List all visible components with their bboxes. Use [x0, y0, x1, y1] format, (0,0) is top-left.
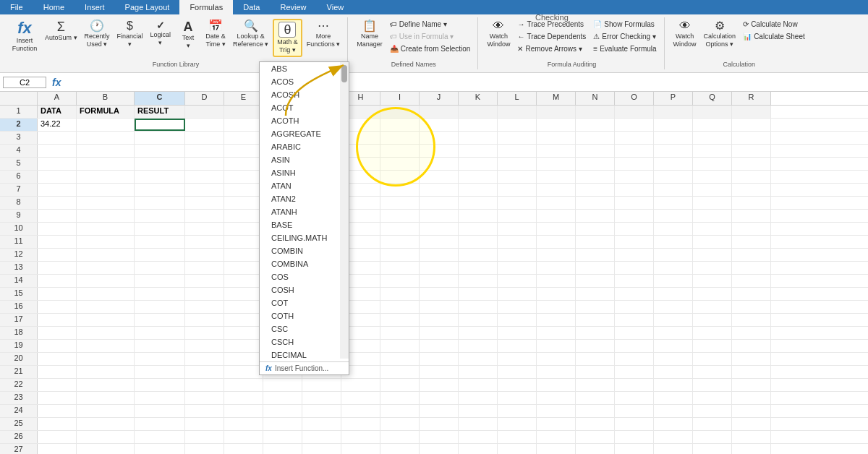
- cell-C6[interactable]: [135, 171, 185, 183]
- cell-C3[interactable]: [135, 132, 185, 144]
- cell-K10[interactable]: [459, 223, 498, 235]
- cell-H22[interactable]: [341, 379, 380, 391]
- cell-J23[interactable]: [420, 392, 459, 404]
- cell-E25[interactable]: [224, 418, 263, 430]
- cell-K26[interactable]: [459, 431, 498, 443]
- cell-I27[interactable]: [380, 444, 420, 454]
- cell-E15[interactable]: [224, 288, 263, 300]
- cell-N4[interactable]: [576, 145, 615, 157]
- cell-N3[interactable]: [576, 132, 615, 144]
- cell-N23[interactable]: [576, 392, 615, 404]
- cell-R20[interactable]: [732, 353, 771, 365]
- cell-K18[interactable]: [459, 327, 498, 339]
- cell-D26[interactable]: [185, 431, 224, 443]
- cell-J13[interactable]: [420, 262, 459, 274]
- cell-A25[interactable]: [38, 418, 77, 430]
- remove-arrows-button[interactable]: ✕ Remove Arrows ▾: [514, 43, 589, 54]
- cell-M18[interactable]: [537, 327, 576, 339]
- cell-R16[interactable]: [732, 301, 771, 313]
- col-header-l[interactable]: L: [498, 92, 537, 105]
- dropdown-item-combin[interactable]: COMBIN: [260, 244, 349, 257]
- cell-A3[interactable]: [38, 132, 77, 144]
- cell-I21[interactable]: [380, 366, 420, 378]
- cell-R4[interactable]: [732, 145, 771, 157]
- dropdown-item-atanh[interactable]: ATANH: [260, 205, 349, 218]
- cell-N24[interactable]: [576, 405, 615, 417]
- cell-B7[interactable]: [77, 184, 135, 196]
- cell-N25[interactable]: [576, 418, 615, 430]
- cell-O21[interactable]: [615, 366, 654, 378]
- cell-I17[interactable]: [380, 314, 420, 326]
- cell-A5[interactable]: [38, 158, 77, 170]
- cell-P19[interactable]: [654, 340, 693, 352]
- cell-A1[interactable]: DATA: [38, 106, 77, 118]
- cell-N8[interactable]: [576, 197, 615, 209]
- cell-Q8[interactable]: [693, 197, 732, 209]
- cell-R15[interactable]: [732, 288, 771, 300]
- cell-D11[interactable]: [185, 236, 224, 248]
- cell-A22[interactable]: [38, 379, 77, 391]
- cell-B16[interactable]: [77, 301, 135, 313]
- cell-B26[interactable]: [77, 431, 135, 443]
- cell-N10[interactable]: [576, 223, 615, 235]
- cell-I2[interactable]: [380, 119, 420, 131]
- cell-J5[interactable]: [420, 158, 459, 170]
- cell-A17[interactable]: [38, 314, 77, 326]
- row-number-18[interactable]: 18: [0, 327, 38, 339]
- cell-K13[interactable]: [459, 262, 498, 274]
- cell-D7[interactable]: [185, 184, 224, 196]
- dropdown-item-abs[interactable]: ABS: [260, 62, 349, 75]
- cell-P14[interactable]: [654, 275, 693, 287]
- create-from-selection-button[interactable]: 📥 Create from Selection: [387, 43, 474, 54]
- autosum-button[interactable]: Σ AutoSum ▾: [42, 19, 80, 43]
- cell-I3[interactable]: [380, 132, 420, 144]
- cell-A21[interactable]: [38, 366, 77, 378]
- define-name-button[interactable]: 🏷 Define Name ▾: [387, 19, 474, 30]
- cell-I18[interactable]: [380, 327, 420, 339]
- dropdown-item-asin[interactable]: ASIN: [260, 153, 349, 166]
- cell-K25[interactable]: [459, 418, 498, 430]
- cell-J24[interactable]: [420, 405, 459, 417]
- cell-L5[interactable]: [498, 158, 537, 170]
- cell-D13[interactable]: [185, 262, 224, 274]
- cell-I22[interactable]: [380, 379, 420, 391]
- col-header-b[interactable]: B: [77, 92, 135, 105]
- cell-O3[interactable]: [615, 132, 654, 144]
- cell-K17[interactable]: [459, 314, 498, 326]
- cell-O16[interactable]: [615, 301, 654, 313]
- dropdown-item-acot[interactable]: ACOT: [260, 101, 349, 114]
- cell-D2[interactable]: [185, 119, 224, 131]
- cell-L7[interactable]: [498, 184, 537, 196]
- cell-B25[interactable]: [77, 418, 135, 430]
- cell-B5[interactable]: [77, 158, 135, 170]
- cell-G26[interactable]: [302, 431, 341, 443]
- dropdown-item-csc[interactable]: CSC: [260, 322, 349, 335]
- cell-E4[interactable]: [224, 145, 263, 157]
- cell-A23[interactable]: [38, 392, 77, 404]
- cell-D18[interactable]: [185, 327, 224, 339]
- cell-I19[interactable]: [380, 340, 420, 352]
- cell-C13[interactable]: [135, 262, 185, 274]
- row-number-4[interactable]: 4: [0, 145, 38, 157]
- col-header-r[interactable]: R: [732, 92, 771, 105]
- cell-N1[interactable]: [576, 106, 615, 118]
- cell-G25[interactable]: [302, 418, 341, 430]
- cell-R26[interactable]: [732, 431, 771, 443]
- cell-P4[interactable]: [654, 145, 693, 157]
- cell-D21[interactable]: [185, 366, 224, 378]
- cell-Q15[interactable]: [693, 288, 732, 300]
- col-header-o[interactable]: O: [615, 92, 654, 105]
- cell-P1[interactable]: [654, 106, 693, 118]
- cell-K21[interactable]: [459, 366, 498, 378]
- cell-L21[interactable]: [498, 366, 537, 378]
- cell-C23[interactable]: [135, 392, 185, 404]
- cell-E27[interactable]: [224, 444, 263, 454]
- cell-A6[interactable]: [38, 171, 77, 183]
- cell-I23[interactable]: [380, 392, 420, 404]
- tab-file[interactable]: File: [0, 0, 33, 14]
- cell-C8[interactable]: [135, 197, 185, 209]
- cell-E5[interactable]: [224, 158, 263, 170]
- cell-Q14[interactable]: [693, 275, 732, 287]
- cell-Q17[interactable]: [693, 314, 732, 326]
- cell-P20[interactable]: [654, 353, 693, 365]
